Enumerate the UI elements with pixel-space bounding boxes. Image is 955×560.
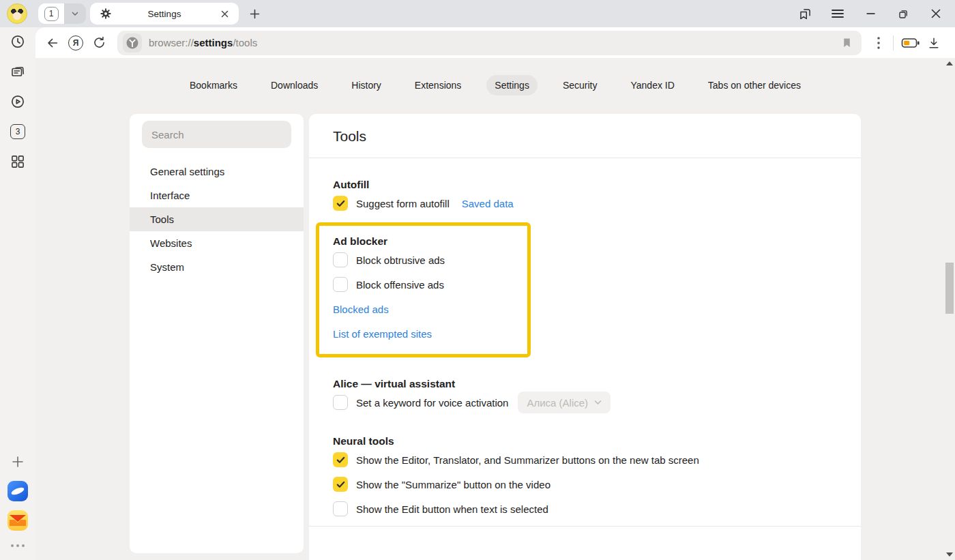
nav-bookmarks[interactable]: Bookmarks [181,75,246,95]
yandex-disk-app-button[interactable] [7,480,29,502]
titlebar: 1 [0,0,955,27]
tabs-rail-button[interactable]: 3 [7,121,29,143]
yandex-disk-icon [8,481,28,501]
suggest-autofill-checkbox[interactable] [333,196,348,211]
restore-icon [898,8,909,20]
blocked-ads-row: Blocked ads [333,297,514,321]
nav-yandex-id[interactable]: Yandex ID [622,75,682,95]
divider [309,158,861,158]
more-apps-button[interactable] [7,539,29,552]
sidebar-item-interface[interactable]: Interface [130,183,304,207]
reload-button[interactable] [87,31,111,55]
tabs-count-icon: 3 [10,124,25,139]
nav-history[interactable]: History [343,75,390,95]
tab-list-dropdown[interactable] [64,3,86,24]
voice-keyword-checkbox[interactable] [333,395,348,410]
yandex-home-button[interactable]: Я [64,31,87,55]
toolbar-divider [893,35,894,50]
scrollbar-thumb[interactable] [945,263,954,314]
protect-badge[interactable] [123,33,142,53]
settings-page: Bookmarks Downloads History Extensions S… [35,58,955,560]
window-controls [795,4,955,23]
clock-icon [10,33,26,50]
settings-sidebar-card: General settings Interface Tools Website… [130,114,304,553]
page-actions-button[interactable] [870,31,887,55]
sidebar-item-system[interactable]: System [130,255,304,279]
checkmark-icon [336,200,345,207]
nav-settings[interactable]: Settings [486,75,538,95]
block-offensive-ads-checkbox[interactable] [333,277,348,292]
new-tab-button[interactable] [246,5,263,23]
sidebar-item-general-settings[interactable]: General settings [130,160,304,183]
tab-close-button[interactable] [217,6,232,21]
blocked-ads-link[interactable]: Blocked ads [333,304,389,315]
close-icon [931,9,941,18]
url-scheme: browser:// [149,37,194,48]
profile-avatar[interactable] [7,3,27,24]
downloads-button[interactable] [922,31,945,55]
sidebar-item-tools[interactable]: Tools [130,207,304,231]
keyword-dropdown[interactable]: Алиса (Alice) [518,392,611,413]
mail-icon [8,510,28,531]
url-host: settings [194,37,233,48]
scroll-up-arrow[interactable] [946,61,953,65]
nav-extensions[interactable]: Extensions [407,75,469,95]
back-button[interactable] [41,31,64,55]
show-summarize-button-checkbox[interactable] [333,477,348,492]
yandex-mail-app-button[interactable] [7,510,29,531]
yandex-ya-icon: Я [68,35,83,50]
tab-count[interactable]: 1 [38,3,64,24]
news-feed-rail-button[interactable] [7,61,29,83]
page-scrollbar[interactable] [944,58,955,560]
battery-saver-button[interactable] [899,31,922,55]
sidebar-item-label: Interface [150,190,190,201]
show-editor-buttons-checkbox[interactable] [333,452,348,467]
tab-counter-control[interactable]: 1 [38,3,86,24]
nav-security[interactable]: Security [555,75,606,95]
scroll-down-arrow[interactable] [946,552,953,557]
history-rail-button[interactable] [7,31,29,53]
sidebar-item-label: Tools [150,213,174,225]
checkbox-label: Block obtrusive ads [356,254,445,266]
address-bar[interactable]: browser://settings/tools [117,31,862,55]
url-text[interactable]: browser://settings/tools [149,37,837,48]
checkbox-label: Set a keyword for voice activation [356,397,508,409]
page-title: Tools [309,114,861,158]
side-panel-button[interactable] [795,4,814,23]
checkbox-label: Show the Edit button when text is select… [356,503,548,515]
browser-menu-button[interactable] [828,4,847,23]
protect-shield-icon [126,36,139,50]
settings-layout: General settings Interface Tools Website… [130,114,955,560]
neural-row-summarize: Show the "Summarize" button on the video [333,472,837,497]
hamburger-menu-icon [832,9,844,18]
neural-tools-heading: Neural tools [333,435,837,447]
autofill-row: Suggest form autofill Saved data [333,191,837,216]
grid-icon [10,154,25,169]
saved-data-link[interactable]: Saved data [462,198,514,209]
plus-icon [12,456,24,468]
documents-icon [10,63,26,80]
nav-tabs-other-devices[interactable]: Tabs on other devices [700,75,809,95]
block-obtrusive-ads-checkbox[interactable] [333,252,348,267]
close-window-button[interactable] [926,4,945,23]
nav-downloads[interactable]: Downloads [263,75,326,95]
battery-icon [901,36,920,50]
minimize-button[interactable] [861,4,880,23]
ad-blocker-highlight: Ad blocker Block obtrusive ads Block off… [316,222,531,357]
neural-row-edit-button: Show the Edit button when text is select… [333,497,837,521]
rail-bottom-group [7,451,29,560]
settings-sections-list: General settings Interface Tools Website… [130,160,304,279]
checkbox-label: Suggest form autofill [356,198,450,209]
minimize-icon [866,12,875,15]
bookmark-page-button[interactable] [837,33,856,53]
tab-title: Settings [112,9,217,19]
exempted-sites-link[interactable]: List of exempted sites [333,328,432,340]
show-edit-button-checkbox[interactable] [333,501,348,516]
restore-button[interactable] [894,4,913,23]
sidebar-item-websites[interactable]: Websites [130,231,304,255]
add-panel-button[interactable] [7,451,29,473]
services-rail-button[interactable] [7,151,29,173]
tab-settings[interactable]: Settings [90,3,239,25]
video-rail-button[interactable] [7,91,29,113]
search-input[interactable] [142,121,291,148]
